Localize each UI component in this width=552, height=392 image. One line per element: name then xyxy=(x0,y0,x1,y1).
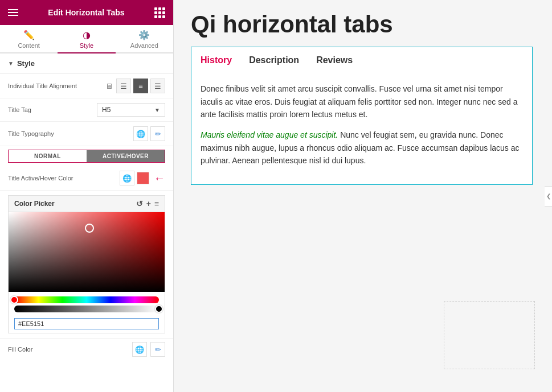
fill-globe-icon[interactable]: 🌐 xyxy=(132,342,147,357)
color-picker-section: Color Picker ↺ + ≡ xyxy=(8,195,165,333)
panel-body: ▼ Style Individual Title Alignment 🖥 ☰ ≡… xyxy=(0,53,173,392)
add-icon[interactable]: + xyxy=(146,199,151,208)
tab-content[interactable]: ✏️ Content xyxy=(0,25,58,53)
title-active-hover-color-label: Title Active/Hover Color xyxy=(8,175,116,181)
tab-style[interactable]: ◑ Style xyxy=(58,25,115,53)
tab-content-label: Content xyxy=(18,42,40,49)
menu-icon[interactable]: ≡ xyxy=(154,199,159,208)
advanced-icon: ⚙️ xyxy=(138,30,150,40)
style-icon: ◑ xyxy=(83,30,91,40)
color-globe-icon[interactable]: 🌐 xyxy=(120,171,134,185)
globe-icon[interactable]: 🌐 xyxy=(133,126,148,141)
style-section-header: ▼ Style xyxy=(0,53,173,74)
grid-icon[interactable] xyxy=(154,7,165,18)
arrow-indicator-icon: ← xyxy=(154,172,165,185)
gradient-area[interactable] xyxy=(9,212,165,292)
fill-edit-icon[interactable]: ✏ xyxy=(150,342,165,357)
tab-nav-reviews[interactable]: Reviews xyxy=(316,53,370,68)
content-icon: ✏️ xyxy=(23,30,35,40)
individual-title-alignment-label: Individual Title Alignment xyxy=(8,82,102,89)
select-arrow-icon: ▼ xyxy=(154,107,160,113)
title-tag-value: H5 xyxy=(102,106,111,114)
align-center-button[interactable]: ≡ xyxy=(133,79,148,93)
color-picker-icons: ↺ + ≡ xyxy=(136,199,159,208)
title-typography-label: Title Typography xyxy=(8,130,130,137)
tab-advanced-label: Advanced xyxy=(130,42,158,49)
individual-title-alignment-row: Individual Title Alignment 🖥 ☰ ≡ ☰ xyxy=(0,74,173,98)
content-paragraph-2: Mauris eleifend vitae augue et suscipit.… xyxy=(201,129,523,167)
align-right-button[interactable]: ☰ xyxy=(150,79,165,93)
right-panel: Qi horizontal tabs History Description R… xyxy=(174,0,552,392)
title-tag-row: Title Tag H5 ▼ xyxy=(0,98,173,122)
opacity-thumb[interactable] xyxy=(155,305,163,313)
title-tag-label: Title Tag xyxy=(8,106,93,113)
alignment-controls: 🖥 ☰ ≡ ☰ xyxy=(105,79,165,93)
state-tabs: NORMAL ACTIVE/HOVER xyxy=(8,150,165,163)
gradient-canvas[interactable] xyxy=(9,212,165,292)
hex-input-row xyxy=(9,315,165,333)
hamburger-icon[interactable] xyxy=(8,9,18,16)
hue-thumb[interactable] xyxy=(10,296,18,304)
color-picker-header: Color Picker ↺ + ≡ xyxy=(9,196,165,212)
normal-state-tab[interactable]: NORMAL xyxy=(9,150,87,162)
title-typography-row: Title Typography 🌐 ✏ xyxy=(0,122,173,146)
active-hover-state-tab[interactable]: ACTIVE/HOVER xyxy=(87,150,165,162)
placeholder-box xyxy=(444,301,535,369)
tab-nav-description[interactable]: Description xyxy=(249,53,316,68)
reset-icon[interactable]: ↺ xyxy=(136,199,143,208)
monitor-icon: 🖥 xyxy=(105,82,113,90)
collapse-icon[interactable]: ▼ xyxy=(8,60,14,67)
panel-header: Edit Horizontal Tabs xyxy=(0,0,173,25)
hex-input[interactable] xyxy=(14,318,159,329)
tab-advanced[interactable]: ⚙️ Advanced xyxy=(116,25,173,53)
hue-slider[interactable] xyxy=(14,296,159,303)
color-picker-title: Color Picker xyxy=(14,200,55,208)
opacity-slider[interactable] xyxy=(14,306,159,312)
edit-typography-icon[interactable]: ✏ xyxy=(150,126,165,141)
tabs-nav: History Description Reviews xyxy=(191,47,532,73)
align-left-button[interactable]: ☰ xyxy=(116,79,131,93)
panel-tabs: ✏️ Content ◑ Style ⚙️ Advanced xyxy=(0,25,173,53)
fill-color-label: Fill Color xyxy=(8,346,129,353)
fill-color-row: Fill Color 🌐 ✏ xyxy=(0,338,173,360)
highlighted-text: Mauris eleifend vitae augue et suscipit. xyxy=(201,130,338,139)
active-color-swatch[interactable] xyxy=(137,172,149,184)
title-active-hover-color-row: Title Active/Hover Color 🌐 ← xyxy=(0,166,173,191)
tab-nav-history[interactable]: History xyxy=(201,53,249,68)
page-title: Qi horizontal tabs xyxy=(191,11,535,38)
content-paragraph-1: Donec finibus velit sit amet arcu suscip… xyxy=(201,82,523,121)
style-section-title: Style xyxy=(17,59,35,68)
left-panel: Edit Horizontal Tabs ✏️ Content ◑ Style … xyxy=(0,0,174,392)
title-tag-select[interactable]: H5 ▼ xyxy=(97,103,165,117)
title-tag-controls: H5 ▼ xyxy=(97,103,165,117)
tabs-widget: History Description Reviews Donec finibu… xyxy=(191,47,533,184)
tabs-content: Donec finibus velit sit amet arcu suscip… xyxy=(191,73,532,184)
typography-controls: 🌐 ✏ xyxy=(133,126,165,141)
gradient-picker-circle[interactable] xyxy=(85,224,94,233)
panel-title: Edit Horizontal Tabs xyxy=(48,8,124,17)
color-controls: 🌐 ← xyxy=(120,171,165,185)
tab-style-label: Style xyxy=(80,42,93,49)
